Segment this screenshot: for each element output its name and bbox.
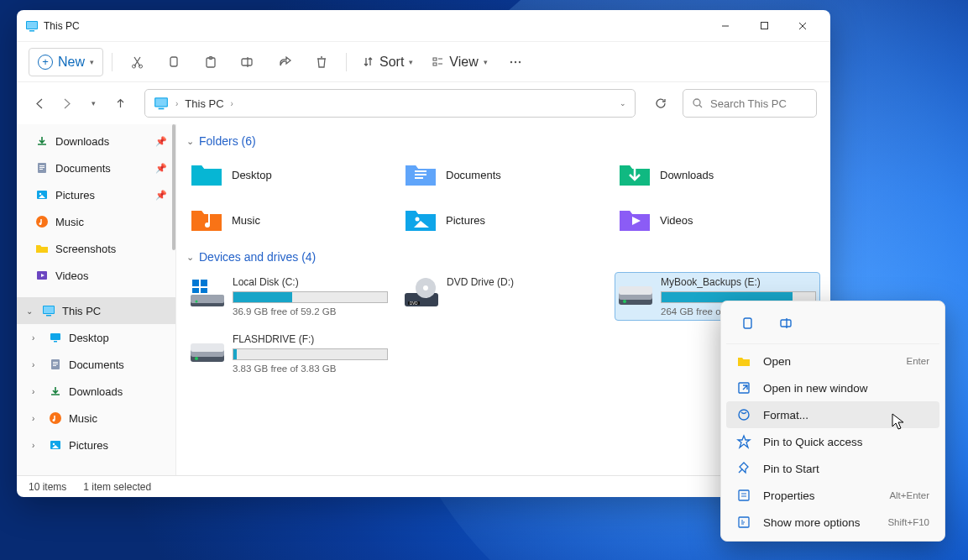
drive-item[interactable]: Local Disk (C:)36.9 GB free of 59.2 GB (186, 272, 392, 321)
video-icon (35, 269, 49, 282)
desktop-folder-icon (190, 160, 223, 189)
sidebar-item-label: Downloads (69, 385, 123, 398)
sidebar-quick-downloads[interactable]: Downloads📌 (17, 128, 175, 154)
sidebar-quick-screenshots[interactable]: Screenshots (17, 235, 175, 262)
sidebar-tree-desktop[interactable]: ›Desktop (17, 324, 175, 351)
group-header-folders[interactable]: ⌄ Folders (6) (186, 134, 820, 148)
svg-point-34 (132, 65, 135, 68)
rename-button[interactable] (232, 48, 264, 76)
sidebar-item-label: Documents (69, 359, 124, 371)
pic-icon (35, 188, 49, 201)
format-icon (736, 407, 751, 422)
context-item-pin-to-start[interactable]: Pin to Start (726, 455, 939, 482)
cut-button[interactable] (121, 48, 153, 76)
svg-rect-60 (619, 286, 652, 295)
chevron-down-icon[interactable]: ⌄ (620, 99, 626, 107)
music-folder-icon (190, 206, 223, 234)
svg-point-65 (195, 357, 198, 360)
context-item-label: Pin to Start (763, 463, 819, 475)
more-icon (736, 515, 751, 530)
context-item-properties[interactable]: PropertiesAlt+Enter (726, 482, 939, 509)
nav-up-button[interactable] (111, 94, 129, 113)
context-item-open[interactable]: OpenEnter (726, 348, 939, 374)
hdd-icon (619, 276, 652, 310)
sidebar-item-label: Downloads (55, 135, 109, 148)
nav-row: ▾ › This PC › ⌄ Search This PC (17, 82, 830, 124)
sidebar-item-this-pc[interactable]: ⌄ This PC (17, 297, 175, 324)
drive-item[interactable]: FLASHDRIVE (F:)3.83 GB free of 3.83 GB (186, 329, 392, 378)
sidebar-item-label: Music (69, 412, 97, 425)
folder-downloads[interactable]: Downloads (615, 156, 820, 193)
folder-label: Music (232, 214, 260, 227)
sort-label: Sort (379, 55, 404, 70)
drive-name: FLASHDRIVE (F:) (233, 333, 388, 345)
sidebar-tree-pictures[interactable]: ›Pictures (17, 432, 175, 458)
svg-rect-57 (201, 288, 207, 293)
folder-documents[interactable]: Documents (400, 156, 606, 193)
svg-point-53 (196, 301, 198, 303)
search-box[interactable]: Search This PC (683, 89, 817, 118)
sidebar-tree-downloads[interactable]: ›Downloads (17, 378, 175, 405)
context-item-label: Properties (763, 489, 815, 502)
more-button[interactable] (500, 48, 531, 76)
context-item-open-in-new-window[interactable]: Open in new window (726, 374, 939, 401)
sidebar-quick-videos[interactable]: Videos (17, 262, 175, 289)
new-window-icon (736, 380, 751, 395)
chevron-right-icon: › (32, 441, 34, 450)
folder-videos[interactable]: Videos (615, 201, 820, 238)
context-rename-button[interactable] (772, 310, 802, 337)
sidebar-quick-documents[interactable]: Documents📌 (17, 154, 175, 181)
nav-forward-button[interactable] (57, 94, 76, 113)
sidebar-quick-music[interactable]: Music (17, 208, 175, 235)
close-button[interactable] (783, 13, 822, 39)
sort-icon (362, 55, 374, 68)
hdd-icon (191, 333, 224, 367)
view-button[interactable]: View ▾ (425, 48, 494, 76)
monitor-icon (42, 304, 55, 317)
paste-button[interactable] (195, 48, 227, 76)
context-item-format-[interactable]: Format... (726, 401, 939, 428)
context-item-pin-to-quick-access[interactable]: Pin to Quick access (726, 428, 939, 455)
minimize-button[interactable] (706, 13, 745, 39)
nav-back-button[interactable] (30, 94, 49, 113)
folder-label: Pictures (446, 214, 485, 227)
context-item-show-more-options[interactable]: Show more optionsShift+F10 (726, 509, 939, 536)
share-button[interactable] (269, 48, 301, 76)
group-header-drives[interactable]: ⌄ Devices and drives (4) (186, 250, 820, 264)
folder-music[interactable]: Music (186, 201, 392, 238)
pin-icon: 📌 (155, 163, 167, 174)
search-icon (692, 97, 704, 109)
sidebar-tree-documents[interactable]: ›Documents (17, 351, 175, 378)
new-button[interactable]: + New ▾ (29, 48, 103, 76)
download-folder-icon (618, 160, 651, 189)
context-item-label: Format... (763, 409, 808, 421)
delete-button[interactable] (306, 48, 337, 76)
drive-item[interactable]: DVD Drive (D:) (400, 272, 606, 321)
sidebar-quick-pictures[interactable]: Pictures📌 (17, 181, 175, 208)
sidebar-item-label: Documents (55, 162, 111, 175)
context-shortcut: Alt+Enter (889, 490, 929, 500)
copy-button[interactable] (158, 48, 190, 76)
chevron-down-icon: ▾ (484, 58, 488, 66)
chevron-down-icon: ▾ (90, 58, 94, 66)
nav-recent-button[interactable]: ▾ (84, 94, 102, 113)
sidebar-tree-music[interactable]: ›Music (17, 405, 175, 432)
maximize-button[interactable] (745, 13, 783, 39)
doc-icon (49, 358, 62, 371)
address-bar[interactable]: › This PC › ⌄ (144, 89, 636, 118)
svg-rect-70 (739, 490, 749, 500)
pin-icon: 📌 (155, 136, 167, 147)
folder-pictures[interactable]: Pictures (400, 201, 606, 238)
view-icon (432, 55, 444, 68)
sidebar-item-label: Videos (55, 270, 89, 282)
star-icon (736, 434, 751, 449)
context-item-label: Pin to Quick access (763, 436, 863, 448)
svg-point-49 (205, 222, 210, 228)
refresh-button[interactable] (651, 93, 671, 113)
folder-label: Documents (446, 169, 501, 181)
context-copy-button[interactable] (733, 310, 763, 337)
sort-button[interactable]: Sort ▾ (355, 48, 420, 76)
plus-icon: + (38, 55, 53, 70)
download-icon (49, 385, 62, 398)
folder-desktop[interactable]: Desktop (186, 156, 392, 193)
